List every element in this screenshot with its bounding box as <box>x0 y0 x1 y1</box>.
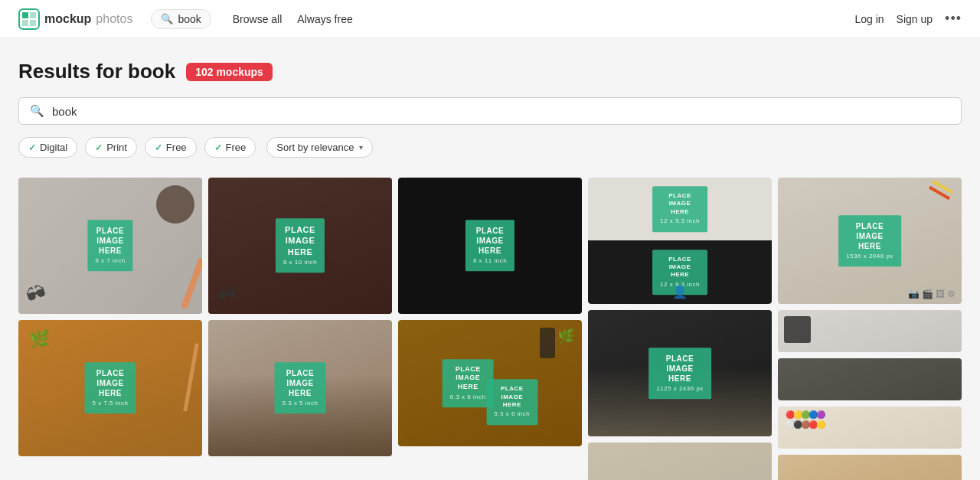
filters-row: ✓ Digital ✓ Print ✓ Free ✓ Free Sort by … <box>18 137 962 158</box>
grid-item[interactable]: PLACEIMAGEHERE1125 x 2436 px <box>588 310 772 436</box>
check-icon: ✓ <box>155 142 162 153</box>
filter-free-1-label: Free <box>166 142 187 153</box>
grid-item[interactable]: PLACEIMAGEHERE12 x 9.3 inch PLACEIMAGEHE… <box>588 178 772 304</box>
results-title: Results for book <box>18 60 175 83</box>
grid-item[interactable] <box>778 455 962 480</box>
logo[interactable]: mockupphotos <box>18 8 132 30</box>
results-badge: 102 mockups <box>186 63 273 81</box>
filter-print[interactable]: ✓ Print <box>85 137 137 158</box>
grid-item[interactable] <box>778 310 962 352</box>
signup-button[interactable]: Sign up <box>897 13 933 25</box>
image-grid: 🕶 PLACEIMAGEHERE6 x 7 inch 🌿 PLACEIMAGEH… <box>18 171 962 480</box>
check-icon: ✓ <box>214 142 222 153</box>
header-search[interactable]: 🔍 book <box>151 9 211 29</box>
header-search-text: book <box>178 13 201 25</box>
more-icon[interactable]: ••• <box>945 11 962 27</box>
svg-rect-0 <box>19 9 39 29</box>
chevron-down-icon: ▾ <box>359 143 363 152</box>
grid-item[interactable]: 🔴🟡🟢🔵🟣 ⚪⚫🟤🔴🟡 <box>778 407 962 449</box>
svg-rect-3 <box>22 20 28 26</box>
grid-item[interactable]: PLACEIMAGEHERE1536 x 2048 px 📷🎬🖼⚙ <box>778 178 962 304</box>
filter-digital[interactable]: ✓ Digital <box>18 137 77 158</box>
filter-free-1[interactable]: ✓ Free <box>145 137 197 158</box>
grid-section: 🕶 PLACEIMAGEHERE6 x 7 inch 🌿 PLACEIMAGEH… <box>0 171 980 480</box>
check-icon: ✓ <box>28 142 36 153</box>
logo-icon <box>18 8 40 30</box>
search-input[interactable] <box>52 105 950 118</box>
grid-item[interactable] <box>778 358 962 400</box>
grid-item[interactable]: PLACEIMAGEHERE8 x 11 inch <box>398 178 582 314</box>
logo-photos: photos <box>96 12 132 26</box>
grid-item[interactable]: 🌿 PLACEIMAGEHERE5 x 7.5 inch <box>18 320 202 456</box>
nav-always-free[interactable]: Always free <box>297 13 352 25</box>
svg-rect-2 <box>30 12 36 18</box>
logo-text: mockup <box>44 12 91 26</box>
grid-item[interactable]: PLACEIMAGEHERE1125 x 2436 px <box>588 442 772 480</box>
search-bar-icon: 🔍 <box>30 104 44 118</box>
sort-button[interactable]: Sort by relevance ▾ <box>266 137 372 158</box>
grid-item[interactable]: PLACEIMAGEHERE5.3 x 5 inch <box>208 320 392 456</box>
filter-print-label: Print <box>106 142 127 153</box>
filter-digital-label: Digital <box>40 142 67 153</box>
grid-item[interactable]: 🕶 PLACEIMAGEHERE6 x 7 inch <box>18 178 202 314</box>
header-search-icon: 🔍 <box>161 13 173 24</box>
login-button[interactable]: Log in <box>854 13 884 25</box>
filter-free-2[interactable]: ✓ Free <box>204 137 256 158</box>
header-right: Log in Sign up ••• <box>854 11 962 27</box>
search-bar[interactable]: 🔍 <box>18 97 962 125</box>
svg-rect-1 <box>22 12 28 18</box>
grid-item[interactable]: 🕶 PLACEIMAGEHERE8 x 10 inch <box>208 178 392 314</box>
svg-rect-4 <box>30 20 36 26</box>
results-header: Results for book 102 mockups <box>18 60 962 83</box>
nav-browse-all[interactable]: Browse all <box>233 13 283 25</box>
header: mockupphotos 🔍 book Browse all Always fr… <box>0 0 980 38</box>
sort-label: Sort by relevance <box>276 142 354 153</box>
grid-item[interactable]: 🌿 PLACEIMAGEHERE6.3 x 8 inch PLACEIMAGEH… <box>398 320 582 446</box>
nav: Browse all Always free <box>233 13 353 25</box>
filter-free-2-label: Free <box>226 142 247 153</box>
check-icon: ✓ <box>95 142 103 153</box>
page-content: Results for book 102 mockups 🔍 ✓ Digital… <box>0 38 980 158</box>
